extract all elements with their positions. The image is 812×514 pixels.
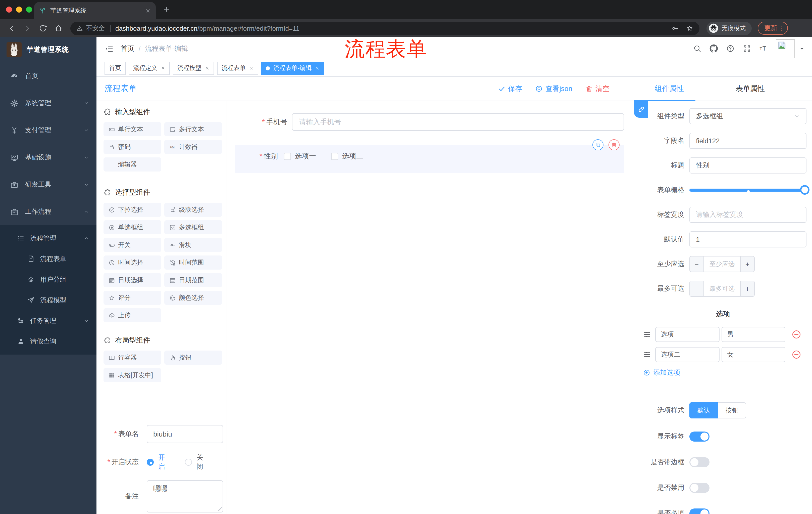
remove-option-icon[interactable] — [791, 350, 802, 360]
form-canvas[interactable]: *手机号 请输入手机号 *性别 选项一 — [227, 101, 634, 514]
toggle-switch[interactable] — [689, 483, 709, 493]
sidebar-subitem-1[interactable]: 流程表单 — [0, 248, 96, 269]
sidebar-collapse-icon[interactable] — [105, 44, 114, 53]
checkbox[interactable] — [331, 153, 338, 160]
max-select-stepper[interactable]: − 最多可选 + — [689, 281, 755, 297]
tag-close-icon[interactable] — [315, 66, 320, 71]
stepper-decrease-button[interactable]: − — [690, 256, 704, 272]
palette-item[interactable]: 多选框组 — [164, 220, 222, 234]
clear-button[interactable]: 清空 — [585, 84, 609, 93]
phone-field-row[interactable]: *手机号 请输入手机号 — [235, 113, 624, 131]
new-tab-button[interactable] — [163, 5, 170, 13]
toggle-switch[interactable] — [689, 457, 709, 467]
forward-button[interactable] — [23, 24, 32, 32]
update-label[interactable]: 更新 — [764, 24, 777, 33]
maximize-window-button[interactable] — [26, 6, 32, 12]
sidebar-item-5[interactable]: 工作流程 — [0, 198, 96, 225]
avatar-caret-icon[interactable] — [799, 46, 805, 52]
remove-option-icon[interactable] — [791, 329, 802, 340]
github-icon[interactable] — [709, 44, 718, 53]
sidebar-logo[interactable]: 芋道管理系统 — [0, 37, 96, 62]
drag-handle-icon[interactable] — [643, 351, 651, 359]
palette-item[interactable]: 单行文本 — [104, 122, 161, 136]
palette-item[interactable]: 表格[开发中] — [104, 368, 161, 382]
toggle-switch[interactable] — [689, 509, 709, 514]
view-json-button[interactable]: 查看json — [535, 84, 572, 93]
tag-close-icon[interactable] — [205, 66, 209, 71]
copy-component-button[interactable] — [592, 139, 604, 151]
status-radio-off[interactable]: 关闭 — [185, 453, 209, 471]
palette-item[interactable]: 时间选择 — [104, 255, 161, 270]
not-secure-label[interactable]: 不安全 — [86, 24, 105, 32]
sidebar-item-1[interactable]: 系统管理 — [0, 89, 96, 117]
address-bar[interactable]: 不安全 dashboard.yudao.iocoder.cn/bpm/manag… — [70, 21, 699, 35]
search-icon[interactable] — [693, 44, 701, 53]
browser-tab[interactable]: 芋道管理系统 — [34, 2, 156, 19]
option-value-input[interactable]: 男 — [722, 327, 785, 342]
tag-0[interactable]: 首页 — [105, 62, 126, 75]
delete-component-button[interactable] — [609, 139, 619, 151]
option-label-input[interactable]: 选项二 — [655, 347, 720, 362]
palette-item[interactable]: 下拉选择 — [104, 203, 161, 217]
form-remark-textarea[interactable]: 嘿嘿 — [147, 480, 223, 513]
default-value-input[interactable]: 1 — [689, 231, 807, 247]
help-icon[interactable] — [726, 44, 735, 53]
palette-item[interactable]: 颜色选择 — [164, 291, 222, 305]
field-name-input[interactable]: field122 — [689, 133, 807, 149]
palette-item[interactable]: 时间范围 — [164, 255, 222, 270]
minimize-window-button[interactable] — [16, 6, 22, 12]
breadcrumb-home[interactable]: 首页 — [121, 44, 134, 53]
stepper-decrease-button[interactable]: − — [690, 281, 704, 296]
tag-2[interactable]: 流程模型 — [173, 62, 214, 75]
stepper-increase-button[interactable]: + — [740, 281, 754, 296]
tag-close-icon[interactable] — [249, 66, 254, 71]
link-affix-button[interactable] — [634, 101, 648, 118]
back-button[interactable] — [7, 24, 16, 32]
option-value-input[interactable]: 女 — [722, 347, 785, 362]
sidebar-subitem-0[interactable]: 流程管理 — [0, 228, 96, 248]
form-name-input[interactable]: biubiu — [147, 425, 223, 443]
sidebar-item-4[interactable]: 研发工具 — [0, 171, 96, 198]
font-size-icon[interactable]: TT — [759, 44, 768, 53]
palette-item[interactable]: 多行文本 — [164, 122, 222, 136]
tab-form-props[interactable]: 表单属性 — [715, 77, 785, 101]
window-controls[interactable] — [6, 6, 32, 12]
browser-update-button[interactable]: 更新 — [758, 22, 788, 35]
fullscreen-icon[interactable] — [743, 44, 751, 53]
stepper-increase-button[interactable]: + — [740, 256, 754, 272]
phone-input[interactable]: 请输入手机号 — [292, 113, 624, 131]
palette-item[interactable]: 按钮 — [164, 351, 222, 364]
close-window-button[interactable] — [6, 6, 12, 12]
palette-item[interactable]: 密码 — [104, 140, 161, 154]
palette-item[interactable]: 单选框组 — [104, 220, 161, 234]
palette-item[interactable]: 滑块 — [164, 238, 222, 252]
component-type-select[interactable]: 多选框组 — [689, 108, 807, 124]
checkbox[interactable] — [284, 153, 291, 160]
home-button[interactable] — [54, 24, 63, 32]
bookmark-star-icon[interactable] — [686, 24, 693, 32]
label-width-input[interactable]: 请输入标签宽度 — [689, 207, 807, 223]
palette-item[interactable]: 日期选择 — [104, 273, 161, 287]
option-label-input[interactable]: 选项一 — [655, 327, 720, 342]
tag-3[interactable]: 流程表单 — [217, 62, 258, 75]
tab-component-props[interactable]: 组件属性 — [634, 77, 704, 101]
tag-1[interactable]: 流程定义 — [128, 62, 170, 75]
gender-option-2[interactable]: 选项二 — [331, 152, 363, 161]
palette-item[interactable]: 评分 — [104, 291, 161, 305]
palette-item[interactable]: 开关 — [104, 238, 161, 252]
browser-menu-icon[interactable] — [778, 25, 785, 32]
option-style-1[interactable]: 按钮 — [718, 402, 746, 418]
palette-item[interactable]: 级联选择 — [164, 203, 222, 217]
add-option-button[interactable]: 添加选项 — [634, 368, 812, 377]
password-key-icon[interactable] — [671, 24, 679, 32]
sidebar-item-2[interactable]: 支付管理 — [0, 117, 96, 144]
sidebar-item-3[interactable]: 基础设施 — [0, 144, 96, 171]
drag-handle-icon[interactable] — [643, 330, 651, 339]
status-radio-on[interactable]: 开启 — [147, 453, 171, 471]
min-select-stepper[interactable]: − 至少应选 + — [689, 256, 755, 272]
palette-item[interactable]: 上传 — [104, 308, 161, 322]
tab-close-icon[interactable] — [145, 8, 151, 13]
palette-item[interactable]: 行容器 — [104, 351, 161, 364]
selected-component-block[interactable]: *性别 选项一 选项二 — [235, 145, 624, 173]
sidebar-subitem-3[interactable]: 流程模型 — [0, 290, 96, 310]
